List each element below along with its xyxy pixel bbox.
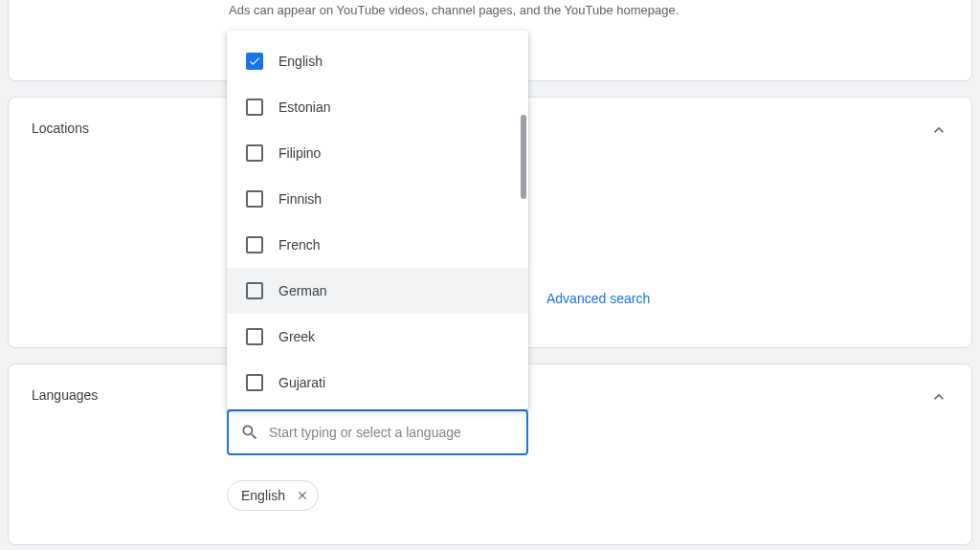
language-option-list[interactable]: EnglishEstonianFilipinoFinnishFrenchGerm…: [227, 31, 528, 409]
chevron-up-icon: [929, 121, 948, 140]
language-option-label: Filipino: [278, 145, 321, 161]
language-option-label: German: [278, 283, 327, 298]
chip-remove-button[interactable]: [293, 486, 312, 505]
chip-label: English: [241, 488, 285, 503]
language-option-label: French: [278, 237, 321, 253]
close-icon: [296, 489, 309, 502]
language-option-label: Finnish: [278, 191, 322, 207]
language-option[interactable]: Gujarati: [227, 360, 528, 406]
language-option-checkbox[interactable]: [246, 374, 263, 391]
scrollbar-thumb[interactable]: [521, 115, 526, 199]
chevron-up-icon: [929, 387, 948, 407]
language-option-checkbox[interactable]: [246, 53, 263, 70]
language-search-field[interactable]: [227, 409, 528, 455]
collapse-languages-button[interactable]: [927, 385, 950, 408]
language-option-checkbox[interactable]: [246, 282, 263, 299]
collapse-locations-button[interactable]: [927, 119, 950, 142]
language-option[interactable]: French: [227, 222, 528, 268]
language-option-label: Gujarati: [278, 375, 325, 390]
language-option-checkbox[interactable]: [246, 99, 263, 116]
language-option[interactable]: Greek: [227, 314, 528, 360]
language-option[interactable]: Filipino: [227, 130, 528, 176]
language-option-label: English: [278, 54, 323, 69]
search-icon: [240, 423, 259, 442]
language-option-checkbox[interactable]: [246, 144, 263, 162]
language-option[interactable]: German: [227, 268, 528, 314]
language-search-input[interactable]: [269, 425, 515, 440]
language-option-checkbox[interactable]: [246, 328, 263, 345]
networks-description: Ads can appear on YouTube videos, channe…: [229, 3, 948, 17]
advanced-search-link[interactable]: Advanced search: [546, 291, 650, 306]
language-option[interactable]: English: [227, 38, 528, 84]
language-dropdown: EnglishEstonianFilipinoFinnishFrenchGerm…: [227, 31, 528, 409]
language-option-checkbox[interactable]: [246, 236, 263, 253]
language-option[interactable]: Finnish: [227, 176, 528, 222]
language-option-label: Greek: [278, 329, 315, 344]
language-option-label: Estonian: [278, 99, 330, 115]
language-option[interactable]: Estonian: [227, 84, 528, 130]
selected-language-chip[interactable]: English: [227, 480, 319, 511]
language-option-checkbox[interactable]: [246, 190, 263, 208]
